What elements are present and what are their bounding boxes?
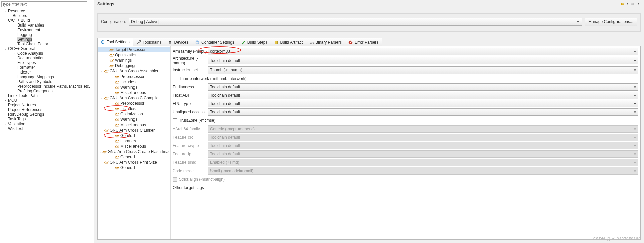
tool-tree-item[interactable]: Optimization [98,111,170,117]
configuration-row: Configuration: Debug [ Active ] ▼ Manage… [97,13,641,32]
tool-tree-item[interactable]: Target Processor [98,47,170,52]
tab-error-parsers[interactable]: Error Parsers [345,38,382,46]
tool-tree-item[interactable]: Miscellaneous [98,122,170,128]
select-value: Toolchain default [210,93,240,98]
tool-tree-item[interactable]: Debugging [98,63,170,68]
nav-item[interactable]: ›MCU [1,98,92,103]
property-label: Code model [173,168,208,173]
property-label: Feature simd [173,160,208,165]
nav-item[interactable]: ⌄C/C++ General [1,46,92,51]
nav-item[interactable]: Tool Chain Editor [1,42,92,46]
nav-item[interactable]: Environment [1,28,92,32]
chevron-down-icon[interactable]: ⌄ [100,68,104,74]
tab-container-settings[interactable]: Container Settings [192,38,238,46]
nav-item[interactable]: Logging [1,32,92,37]
configuration-select[interactable]: Debug [ Active ] ▼ [129,18,582,26]
tab-build-steps[interactable]: Build Steps [238,38,271,46]
chevron-right-icon[interactable]: › [3,9,7,13]
svg-point-16 [115,83,119,84]
tab-toolchains[interactable]: Toolchains [133,38,165,46]
tool-tree-item[interactable]: Preprocessor [98,101,170,106]
chevron-right-icon[interactable]: › [3,122,7,126]
manage-configurations-button[interactable]: Manage Configurations... [585,18,637,26]
twisty-spacer [13,28,17,32]
tool-tree-item[interactable]: ⌄GNU Arm Cross C Linker [98,128,170,133]
nav-item[interactable]: Indexer [1,70,92,75]
tool-tree-item[interactable]: Miscellaneous [98,90,170,95]
nav-item[interactable]: Builders [1,13,92,18]
property-input[interactable] [208,184,638,191]
tool-tree-item[interactable]: General [98,165,170,171]
chevron-down-icon[interactable]: ⌄ [3,18,7,23]
property-row: Code modelSmall (-mcmodel=small)▼ [173,167,638,175]
chevron-down-icon[interactable]: ⌄ [100,160,104,165]
filter-input[interactable] [1,1,87,7]
tool-tree-item[interactable]: Warnings [98,58,170,63]
nav-forward-menu-icon[interactable]: ▾ [636,2,641,6]
property-select[interactable]: Toolchain default▼ [208,108,638,116]
property-select[interactable]: cortex-m33▼ [208,48,638,55]
nav-item[interactable]: Settings [1,37,92,42]
tool-settings-tree[interactable]: Target ProcessorOptimizationWarningsDebu… [98,46,171,239]
nav-back-icon[interactable]: ⇦ [620,2,625,6]
nav-forward-icon[interactable]: ⇨ [631,2,635,6]
tab-devices[interactable]: Devices [165,38,192,46]
nav-item[interactable]: ›Validation [1,122,92,126]
nav-item[interactable]: ›Code Analysis [1,51,92,56]
nav-item[interactable]: Paths and Symbols [1,79,92,84]
nav-item[interactable]: Linux Tools Path [1,93,92,98]
chevron-down-icon[interactable]: ⌄ [3,46,7,51]
nav-item[interactable]: WikiText [1,126,92,131]
tool-tree-item[interactable]: ⌄GNU Arm Cross Assembler [98,68,170,74]
nav-item[interactable]: Profiling Categories [1,89,92,93]
nav-item[interactable]: Language Mappings [1,75,92,79]
property-label: Unaligned access [173,110,208,114]
tool-tree-item[interactable]: Warnings [98,117,170,122]
nav-item[interactable]: Build Variables [1,23,92,28]
chevron-down-icon[interactable]: ⌄ [100,128,104,133]
nav-item-label: Linux Tools Path [7,93,38,98]
tool-tree-item[interactable]: ⌄GNU Arm Cross Create Flash Image [98,149,170,154]
tool-tree-item[interactable]: General [98,154,170,160]
nav-tree[interactable]: ›ResourceBuilders⌄C/C++ BuildBuild Varia… [1,9,92,242]
nav-back-menu-icon[interactable]: ▾ [625,2,630,6]
tabs: Tool SettingsToolchainsDevicesContainer … [97,38,641,46]
tool-node-icon [104,128,109,133]
tool-tree-item[interactable]: General [98,133,170,138]
nav-item[interactable]: Preprocessor Include Paths, Macros etc. [1,84,92,89]
chevron-down-icon[interactable]: ⌄ [100,95,104,101]
property-label: Other target flags [173,185,208,190]
tool-tree-item[interactable]: Optimization [98,52,170,58]
checkbox[interactable] [173,77,177,81]
nav-item-label: Paths and Symbols [17,79,52,84]
nav-item[interactable]: Run/Debug Settings [1,112,92,117]
tab-binary-parsers[interactable]: 010Binary Parsers [306,38,345,46]
nav-item[interactable]: Formatter [1,65,92,70]
tab-tool-settings[interactable]: Tool Settings [97,38,133,46]
tool-tree-item[interactable]: Miscellaneous [98,144,170,149]
property-select[interactable]: Toolchain default▼ [208,83,638,91]
property-select[interactable]: Toolchain default▼ [208,57,638,64]
tool-tree-item[interactable]: Libraries [98,138,170,144]
nav-item[interactable]: ›Resource [1,9,92,13]
chevron-right-icon[interactable]: › [13,51,17,56]
property-select[interactable]: Toolchain default▼ [208,100,638,107]
chevron-down-icon[interactable]: ⌄ [100,149,102,154]
tool-tree-item[interactable]: Preprocessor [98,74,170,79]
property-select[interactable]: Thumb (-mthumb)▼ [208,66,638,74]
tool-tree-item[interactable]: Warnings [98,85,170,90]
tab-build-artifact[interactable]: Build Artifact [271,38,307,46]
nav-item[interactable]: Task Tags [1,117,92,122]
nav-item[interactable]: File Types [1,60,92,65]
tool-tree-item[interactable]: Includes [98,106,170,111]
property-select[interactable]: Toolchain default▼ [208,92,638,99]
checkbox[interactable] [173,118,177,123]
tool-tree-item[interactable]: ⌄GNU Arm Cross C Compiler [98,95,170,101]
tool-tree-item[interactable]: Includes [98,79,170,85]
tool-tree-item[interactable]: ⌄GNU Arm Cross Print Size [98,160,170,165]
nav-item[interactable]: Project References [1,107,92,112]
chevron-right-icon[interactable]: › [3,98,7,103]
nav-item[interactable]: ⌄C/C++ Build [1,18,92,23]
nav-item[interactable]: Project Natures [1,103,92,107]
nav-item[interactable]: Documentation [1,56,92,60]
